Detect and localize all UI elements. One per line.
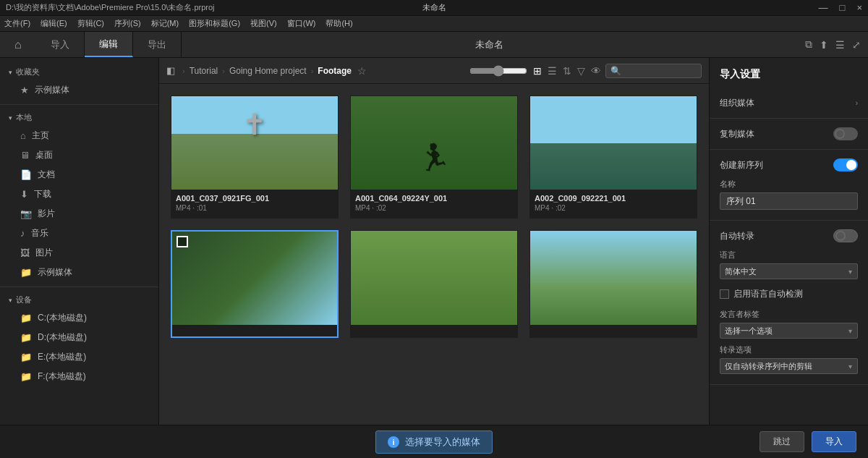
- tab-icon-2[interactable]: ⬆: [820, 39, 828, 51]
- tab-bar: ⌂ 导入 编辑 导出 未命名 ⧉ ⬆ ☰ ⤢: [0, 32, 868, 58]
- title-bar-controls[interactable]: — □ ×: [819, 2, 862, 13]
- media-item-5[interactable]: [350, 230, 518, 337]
- language-select[interactable]: 简体中文 English: [720, 263, 858, 279]
- auto-transcript-content: 语言 简体中文 English 启用语言自动检测 发言者标签: [710, 245, 868, 378]
- speaker-label: 发言者标签: [720, 309, 858, 320]
- panel-copy-media: 复制媒体: [710, 119, 868, 150]
- transcript-options-label: 转录选项: [720, 344, 858, 355]
- organize-media-header[interactable]: 组织媒体 ›: [710, 94, 868, 112]
- sidebar-item-downloads[interactable]: ⬇ 下载: [0, 185, 158, 204]
- create-sequence-toggle[interactable]: [833, 158, 858, 171]
- sequence-name-input[interactable]: [720, 192, 858, 210]
- list-view-icon[interactable]: ☰: [548, 65, 557, 77]
- sidebar-item-drive-c[interactable]: 📁 C:(本地磁盘): [0, 308, 158, 328]
- filter-icon[interactable]: ▽: [577, 65, 585, 77]
- auto-transcript-header[interactable]: 自动转录: [710, 226, 868, 245]
- sort-icon[interactable]: ⇅: [563, 65, 571, 77]
- sidebar-item-movies[interactable]: 📷 影片: [0, 204, 158, 224]
- tab-export[interactable]: 导出: [133, 32, 182, 57]
- organize-media-chevron: ›: [856, 99, 858, 107]
- bottom-right-buttons: 跳过 导入: [760, 431, 856, 452]
- media-checkbox-4[interactable]: [176, 236, 188, 247]
- sidebar-item-desktop[interactable]: 🖥 桌面: [0, 145, 158, 165]
- app-body: ⌂ 导入 编辑 导出 未命名 ⧉ ⬆ ☰ ⤢ ▾ 收藏夹 ★: [0, 32, 868, 458]
- bottom-bar: i 选择要导入的媒体 跳过 导入: [0, 425, 868, 458]
- copy-media-header[interactable]: 复制媒体: [710, 124, 868, 143]
- media-grid: A001_C037_0921FG_001 MP4 · :01 🏃: [159, 84, 709, 425]
- menu-bar: 文件(F) 编辑(E) 剪辑(C) 序列(S) 标记(M) 图形和标题(G) 视…: [0, 16, 868, 32]
- sidebar-item-drive-f[interactable]: 📁 F:(本地磁盘): [0, 367, 158, 386]
- speaker-select[interactable]: 选择一个选项: [720, 323, 858, 339]
- auto-transcript-toggle[interactable]: [833, 229, 858, 242]
- tab-icon-3[interactable]: ☰: [835, 39, 845, 51]
- menu-help[interactable]: 帮助(H): [326, 18, 352, 29]
- favorite-star-icon[interactable]: ☆: [357, 65, 367, 77]
- breadcrumb-bar: ◧ › Tutorial › Going Home project › Foot…: [159, 58, 709, 84]
- menu-edit[interactable]: 编辑(E): [41, 18, 67, 29]
- media-item-6[interactable]: [529, 230, 697, 337]
- menu-graphics[interactable]: 图形和标题(G): [189, 18, 240, 29]
- search-bar: 🔍: [605, 64, 702, 78]
- breadcrumb-back-icon[interactable]: ◧: [166, 65, 175, 76]
- copy-media-toggle[interactable]: [833, 127, 858, 140]
- bottom-notice: i 选择要导入的媒体: [375, 431, 493, 454]
- auto-detect-row[interactable]: 启用语言自动检测: [720, 285, 858, 303]
- sidebar-item-drive-e[interactable]: 📁 E:(本地磁盘): [0, 347, 158, 367]
- maximize-button[interactable]: □: [840, 2, 846, 13]
- search-input[interactable]: [624, 67, 697, 75]
- media-item-2[interactable]: 🏃 A001_C064_09224Y_001 MP4 · :02: [350, 96, 518, 219]
- media-item-4[interactable]: [171, 230, 339, 337]
- minimize-button[interactable]: —: [819, 2, 828, 13]
- create-sequence-header[interactable]: 创建新序列: [710, 156, 868, 174]
- menu-view[interactable]: 视图(V): [250, 18, 277, 29]
- close-button[interactable]: ×: [856, 2, 862, 13]
- sidebar-item-pictures[interactable]: 🖼 图片: [0, 243, 158, 263]
- media-name-2: A001_C064_09224Y_001: [355, 194, 513, 203]
- sidebar-item-documents[interactable]: 📄 文档: [0, 165, 158, 185]
- menu-clip[interactable]: 剪辑(C): [77, 18, 104, 29]
- panel-create-sequence: 创建新序列 名称: [710, 150, 868, 221]
- auto-detect-checkbox[interactable]: [720, 289, 729, 299]
- grid-view-icon[interactable]: ⊞: [533, 65, 542, 77]
- menu-marker[interactable]: 标记(M): [151, 18, 179, 29]
- view-controls: ⊞ ☰ ⇅ ▽ 👁: [469, 65, 601, 77]
- menu-sequence[interactable]: 序列(S): [114, 18, 141, 29]
- skip-button[interactable]: 跳过: [760, 431, 804, 452]
- menu-window[interactable]: 窗口(W): [287, 18, 316, 29]
- breadcrumb-project[interactable]: Going Home project: [229, 66, 307, 76]
- tab-import[interactable]: 导入: [36, 32, 85, 57]
- sidebar-item-sample-media[interactable]: 📁 示例媒体: [0, 263, 158, 282]
- sidebar-item-sample-media-fav[interactable]: ★ 示例媒体: [0, 80, 158, 100]
- media-item-1[interactable]: A001_C037_0921FG_001 MP4 · :01: [171, 96, 339, 219]
- breadcrumb-separator-1: ›: [182, 67, 185, 75]
- sidebar-item-music[interactable]: ♪ 音乐: [0, 224, 158, 243]
- devices-header[interactable]: ▾ 设备: [0, 292, 158, 308]
- tab-icon-1[interactable]: ⧉: [805, 38, 812, 51]
- bottom-notice-text: 选择要导入的媒体: [405, 436, 480, 449]
- media-item-3[interactable]: A002_C009_092221_001 MP4 · :02: [529, 96, 697, 219]
- organize-media-label: 组织媒体: [720, 97, 754, 109]
- tab-edit[interactable]: 编辑: [85, 32, 133, 57]
- menu-file[interactable]: 文件(F): [4, 18, 30, 29]
- home-icon[interactable]: ⌂: [7, 38, 29, 51]
- search-icon: 🔍: [610, 66, 621, 76]
- app-title-center: 未命名: [422, 2, 446, 13]
- create-sequence-content: 名称: [710, 174, 868, 214]
- breadcrumb-tutorial[interactable]: Tutorial: [190, 66, 218, 76]
- sequence-name-label: 名称: [720, 179, 858, 190]
- zoom-slider[interactable]: [469, 65, 527, 77]
- visibility-icon[interactable]: 👁: [591, 65, 601, 77]
- media-meta-3: MP4 · :02: [535, 204, 692, 212]
- sidebar-item-home[interactable]: ⌂ 主页: [0, 126, 158, 145]
- create-sequence-label: 创建新序列: [720, 159, 763, 171]
- favorites-header[interactable]: ▾ 收藏夹: [0, 64, 158, 80]
- tab-icon-4[interactable]: ⤢: [852, 39, 861, 51]
- transcript-options-select[interactable]: 仅自动转录序列中的剪辑: [720, 358, 858, 374]
- local-header[interactable]: ▾ 本地: [0, 109, 158, 126]
- tab-bar-right: ⧉ ⬆ ☰ ⤢: [798, 32, 868, 57]
- media-meta-2: MP4 · :02: [355, 204, 513, 212]
- import-button[interactable]: 导入: [812, 431, 856, 452]
- sidebar-item-drive-d[interactable]: 📁 D:(本地磁盘): [0, 328, 158, 347]
- tab-bar-title: 未命名: [182, 32, 798, 57]
- language-label: 语言: [720, 250, 858, 260]
